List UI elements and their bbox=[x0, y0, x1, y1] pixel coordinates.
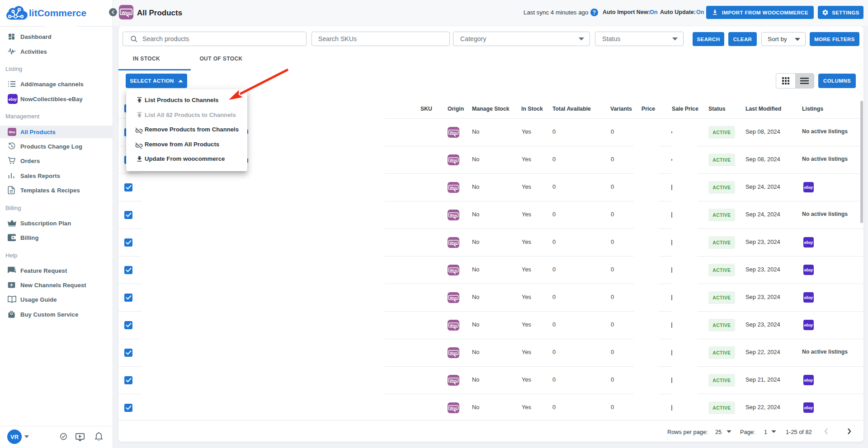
svg-text:Woo: Woo bbox=[450, 350, 457, 355]
svg-text:Woo: Woo bbox=[450, 406, 457, 410]
svg-text:ebay: ebay bbox=[804, 323, 814, 327]
svg-text:Woo: Woo bbox=[450, 130, 457, 134]
svg-text:Woo: Woo bbox=[9, 130, 15, 133]
svg-text:Woo: Woo bbox=[450, 213, 457, 217]
svg-text:Woo: Woo bbox=[450, 185, 457, 189]
svg-text:Woo: Woo bbox=[450, 378, 457, 382]
svg-text:Woo: Woo bbox=[450, 240, 457, 244]
svg-text:Woo: Woo bbox=[450, 323, 457, 327]
svg-text:ebay: ebay bbox=[804, 268, 814, 272]
svg-text:Woo: Woo bbox=[450, 268, 457, 272]
svg-text:ebay: ebay bbox=[804, 240, 814, 245]
svg-text:ebay: ebay bbox=[804, 406, 814, 410]
svg-text:Woo: Woo bbox=[122, 10, 131, 15]
svg-text:Woo: Woo bbox=[450, 158, 457, 162]
svg-text:Woo: Woo bbox=[450, 295, 457, 299]
svg-text:ebay: ebay bbox=[9, 97, 17, 101]
svg-text:ebay: ebay bbox=[804, 295, 814, 300]
svg-text:ebay: ebay bbox=[804, 185, 814, 190]
svg-text:ebay: ebay bbox=[804, 378, 814, 383]
